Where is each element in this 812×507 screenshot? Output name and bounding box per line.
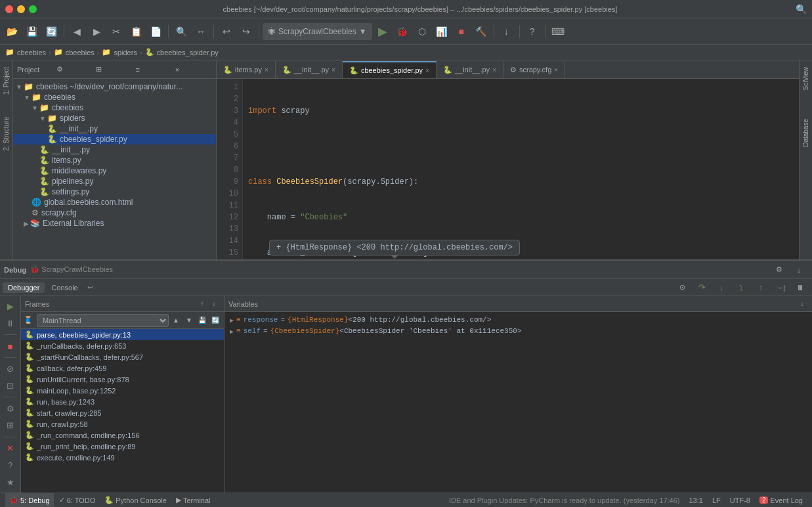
frame-item[interactable]: 🐍 run, base.py:1243	[21, 396, 224, 407]
help-debug-button[interactable]: ?	[2, 458, 19, 474]
terminal-button[interactable]: ⌨	[549, 22, 567, 41]
debug-settings-button[interactable]: ⚙	[770, 261, 788, 279]
thread-restore-button[interactable]: 🔄	[209, 315, 221, 326]
tree-item-extlibs[interactable]: ▶ 📚 External Libraries	[13, 218, 216, 229]
settings-icon[interactable]: ⚙	[56, 65, 93, 74]
favorites-icon[interactable]: ★	[2, 474, 19, 490]
debug-run-button[interactable]: 🐞	[393, 22, 412, 41]
close-panel-icon[interactable]: ×	[175, 66, 212, 74]
tab-spider[interactable]: 🐍 cbeebies_spider.py ×	[343, 61, 437, 78]
bc-item-4[interactable]: cbeebies_spider.py	[157, 49, 219, 56]
tree-root[interactable]: ▼ 📁 cbeebies ~/dev/dev_root/company/natu…	[13, 81, 216, 92]
debug-tab-debugger[interactable]: Debugger	[3, 282, 45, 293]
profile-button[interactable]: 📊	[433, 22, 451, 41]
thread-down-button[interactable]: ▼	[183, 315, 195, 326]
vcs-update-button[interactable]: ↓	[498, 22, 516, 41]
show-execution-point-button[interactable]: ⊙	[673, 278, 691, 297]
encoding[interactable]: UTF-8	[726, 493, 754, 508]
tree-item-cbeebies[interactable]: ▼ 📁 cbeebies	[13, 92, 216, 102]
layout-debug-button[interactable]: ⊞	[2, 418, 19, 433]
frame-item[interactable]: 🐍 runUntilCurrent, base.py:878	[21, 374, 224, 385]
thread-up-button[interactable]: ▲	[170, 315, 182, 326]
restore-icon[interactable]: ↩	[87, 283, 93, 292]
forward-button[interactable]: ▶	[87, 22, 106, 41]
find-button[interactable]: 🔍	[172, 22, 190, 41]
help-button[interactable]: ?	[523, 22, 542, 41]
tree-item-items[interactable]: 🐍 items.py	[13, 155, 216, 165]
var-item-self[interactable]: ▶ ≡ self = {CbeebiesSpider} <CbeebiesSpi…	[224, 326, 812, 337]
status-tab-debug[interactable]: 🐞 5: Debug	[5, 493, 54, 508]
copy-button[interactable]: 📋	[127, 22, 145, 41]
maximize-button[interactable]	[29, 5, 37, 13]
frame-item[interactable]: 🐍 _run_print_help, cmdline.py:89	[21, 441, 224, 452]
tree-item-cfg[interactable]: ⚙ scrapy.cfg	[13, 208, 216, 218]
tree-item-settings[interactable]: 🐍 settings.py	[13, 187, 216, 197]
debug-tab-console[interactable]: Console	[46, 282, 83, 293]
frame-item[interactable]: 🐍 mainLoop, base.py:1252	[21, 385, 224, 396]
tab-init[interactable]: 🐍 __init__.py ×	[276, 61, 343, 78]
frames-expand-button[interactable]: ↑	[196, 298, 208, 310]
tab-close-icon[interactable]: ×	[265, 66, 268, 74]
tree-item-init2[interactable]: 🐍 __init__.py	[13, 144, 216, 155]
sidebar-tab-structure[interactable]: 2: Structure	[1, 113, 11, 155]
search-icon[interactable]: 🔍	[796, 4, 807, 14]
run-button[interactable]: ▶	[374, 22, 392, 41]
tree-item-spiders[interactable]: ▼ 📁 spiders	[13, 113, 216, 123]
redo-button[interactable]: ↪	[237, 22, 255, 41]
settings-debug-button[interactable]: ⚙	[2, 401, 19, 416]
code-content[interactable]: import scrapy class CbeebiesSpider(scrap…	[243, 79, 799, 279]
coverage-button[interactable]: ⬡	[413, 22, 431, 41]
tab-close-icon[interactable]: ×	[554, 66, 558, 74]
sync-button[interactable]: 🔄	[42, 22, 60, 41]
bc-item-2[interactable]: cbeebies	[66, 49, 95, 56]
step-into-my-code-button[interactable]: ⤵	[732, 278, 750, 297]
status-tab-todo[interactable]: ✓ 6: TODO	[55, 493, 100, 508]
bc-item-3[interactable]: spiders	[114, 49, 137, 56]
undo-button[interactable]: ↩	[217, 22, 236, 41]
frame-item[interactable]: 🐍 _startRunCallbacks, defer.py:567	[21, 351, 224, 363]
tab-cfg[interactable]: ⚙ scrapy.cfg ×	[503, 61, 565, 78]
status-tab-terminal[interactable]: ▶ Terminal	[172, 493, 215, 508]
tab-items[interactable]: 🐍 items.py ×	[217, 61, 276, 78]
replace-button[interactable]: ↔	[192, 22, 210, 41]
paste-button[interactable]: 📄	[146, 22, 165, 41]
tree-item-middlewares[interactable]: 🐍 middlewares.py	[13, 165, 216, 176]
debug-minimize-button[interactable]: ↓	[790, 261, 808, 279]
mute-breakpoints-button[interactable]: ⊡	[2, 378, 19, 394]
step-out-button[interactable]: ↑	[752, 278, 770, 297]
tree-item-init[interactable]: 🐍 __init__.py	[13, 123, 216, 134]
frame-item[interactable]: 🐍 start, crawler.py:285	[21, 407, 224, 418]
frame-item[interactable]: 🐍 _runCallbacks, defer.py:653	[21, 340, 224, 351]
close-button[interactable]	[5, 5, 13, 13]
thread-save-button[interactable]: 💾	[196, 315, 208, 326]
frame-item[interactable]: 🐍 run, crawl.py:58	[21, 418, 224, 430]
run-config-selector[interactable]: 🕷 ScrapyCrawlCbeebies ▼	[263, 23, 372, 40]
frame-item[interactable]: 🐍 _run_command, cmdline.py:156	[21, 430, 224, 441]
stop-button[interactable]: ■	[452, 22, 471, 41]
frame-item[interactable]: 🐍 execute, cmdline.py:149	[21, 452, 224, 463]
layout-icon[interactable]: ⊞	[96, 65, 133, 74]
thread-dropdown[interactable]: MainThread	[37, 314, 169, 327]
stop-debug-button[interactable]: ■	[2, 338, 19, 354]
tree-item-cbeebies2[interactable]: ▼ 📁 cbeebies	[13, 102, 216, 113]
sidebar-tab-project[interactable]: 1: Project	[1, 63, 11, 99]
frame-item[interactable]: 🐍 parse, cbeebies_spider.py:13	[21, 329, 224, 340]
var-item-response[interactable]: ▶ ≡ response = {HtmlResponse} <200 http:…	[224, 315, 812, 326]
variables-collapse-button[interactable]: ↓	[796, 298, 808, 310]
cursor-position[interactable]: 13:1	[685, 493, 706, 508]
line-ending[interactable]: LF	[708, 493, 725, 508]
resume-button[interactable]: ▶	[2, 299, 19, 315]
tab-close-icon[interactable]: ×	[331, 66, 335, 74]
step-over-button[interactable]: ↷	[693, 278, 711, 297]
step-into-button[interactable]: ↓	[712, 278, 731, 297]
save-button[interactable]: 💾	[22, 22, 41, 41]
bc-item-1[interactable]: cbeebies	[17, 49, 46, 56]
sidebar-tab-scview[interactable]: SciView	[801, 63, 811, 94]
gear-icon[interactable]: ≡	[136, 66, 173, 74]
kill-button[interactable]: ✕	[2, 441, 19, 456]
pause-button[interactable]: ⏸	[2, 316, 19, 332]
minimize-button[interactable]	[17, 5, 25, 13]
back-button[interactable]: ◀	[68, 22, 86, 41]
frames-scroll-down-button[interactable]: ↓	[208, 298, 220, 310]
tab-close-icon[interactable]: ×	[425, 67, 429, 74]
